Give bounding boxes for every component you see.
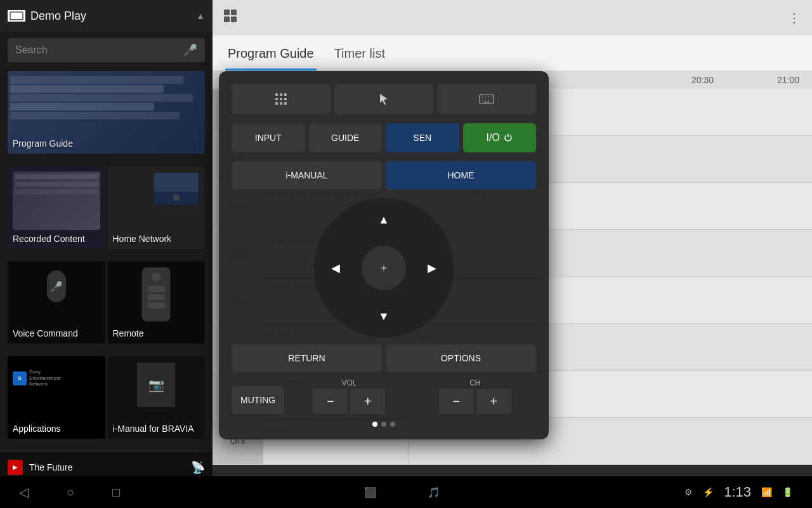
imanual-label: i-Manual for BRAVIA [113,424,194,434]
time-display: 1:13 [724,484,751,500]
svg-rect-4 [224,10,230,15]
vol-group: VOL − + [288,378,410,414]
input-button[interactable]: INPUT [232,123,305,152]
dpad-right-button[interactable]: ▶ [419,255,445,281]
dots-indicator [232,422,536,427]
sen-button[interactable]: SEN [386,123,459,152]
remote-top-buttons [232,84,536,114]
main-content: ⋮ Program Guide Timer list 20:30 21:00 C… [213,0,812,483]
dpad-down-button[interactable]: ▼ [371,304,396,329]
now-playing-text: The Future [29,462,185,472]
svg-rect-0 [10,12,23,20]
dpad-container: ▲ ▼ ◀ ▶ [232,198,536,338]
search-input[interactable] [15,44,178,56]
sidebar-logo [8,10,25,22]
ch-group: CH − + [414,378,536,414]
cursor-button[interactable] [334,84,433,114]
remote-overlay: INPUT GUIDE SEN I/O i-MANUAL HOME ▲ ▼ ◀ … [219,71,549,439]
cast-icon[interactable]: 📡 [191,460,205,474]
android-icon: ⚙ [684,487,693,497]
dot-2 [381,422,386,427]
svg-rect-6 [224,17,230,22]
dpad-up-button[interactable]: ▲ [371,207,396,232]
wifi-icon: 📶 [761,487,772,497]
tab-program-guide[interactable]: Program Guide [225,39,317,70]
svg-rect-14 [275,102,278,105]
sidebar-item-home-network[interactable]: ⬛ Home Network [108,166,206,249]
vol-plus-button[interactable]: + [350,389,385,414]
vol-label: VOL [341,378,357,387]
muting-button[interactable]: MUTING [232,386,284,414]
svg-rect-16 [284,102,287,105]
vol-ch-section: MUTING VOL − + CH − + [232,378,536,414]
ch-minus-button[interactable]: − [439,389,474,414]
svg-rect-5 [231,10,237,15]
nav-bar: ◁ ○ □ ⬛ 🎵 ⚙ ⚡ 1:13 📶 🔋 [0,476,812,508]
time-1: 20:30 [691,75,714,85]
ch-label: CH [469,378,480,387]
svg-rect-13 [284,98,287,100]
return-options-row: RETURN OPTIONS [232,344,536,372]
tab-timer-list[interactable]: Timer list [332,39,388,70]
sidebar-item-program-guide[interactable]: Program Guide [8,71,205,154]
recorded-content-label: Recorded Content [13,234,85,244]
return-button[interactable]: RETURN [232,344,382,372]
svg-rect-10 [284,93,287,96]
numpad-button[interactable] [232,84,331,114]
usb-icon: ⚡ [703,487,714,497]
time-2: 21:00 [777,75,799,85]
svg-rect-9 [280,93,282,96]
grid-items: Program Guide Recorded Content ⬛ [0,69,213,451]
program-guide-label: Program Guide [13,138,73,149]
dot-3 [390,422,395,427]
media-icon-2[interactable]: 🎵 [428,486,440,498]
home-button[interactable]: ○ [67,485,74,500]
power-button[interactable]: I/O [463,123,537,152]
sidebar-item-imanual[interactable]: 📷 i-Manual for BRAVIA [108,356,206,439]
recent-apps-button[interactable]: □ [112,485,120,500]
sidebar-item-voice-command[interactable]: 🎤 Voice Command [8,261,105,344]
svg-rect-11 [275,98,278,100]
app-title: Demo Play [30,10,191,23]
top-toolbar: ⋮ [213,0,812,36]
dpad-center-button[interactable] [362,246,406,290]
keyboard-button[interactable] [437,84,536,114]
svg-rect-7 [231,17,237,22]
power-label: I/O [487,132,500,144]
ch-plus-button[interactable]: + [476,389,511,414]
home-button[interactable]: HOME [386,161,536,189]
home-network-label: Home Network [113,234,172,244]
vol-buttons: − + [313,389,385,414]
dot-1 [372,422,377,427]
svg-rect-8 [275,93,278,96]
manual-home-row: i-MANUAL HOME [232,161,536,189]
sidebar: Demo Play ▲ 🎤 Program Guide [0,0,213,483]
svg-point-29 [383,267,385,269]
search-bar[interactable]: 🎤 [8,38,205,62]
ch-buttons: − + [439,389,511,414]
media-player-icon[interactable]: ⬛ [364,486,377,498]
sidebar-header: Demo Play ▲ [0,0,213,32]
status-bar: ⚙ ⚡ 1:13 📶 🔋 [684,484,793,500]
sidebar-item-applications[interactable]: S SonyEntertainmentNetwork Applications [8,356,105,439]
nav-icons: ◁ ○ □ [19,485,120,500]
applications-label: Applications [13,424,61,434]
back-button[interactable]: ◁ [19,485,29,500]
more-options-icon[interactable]: ⋮ [788,10,802,25]
sidebar-item-recorded-content[interactable]: Recorded Content [8,166,105,249]
guide-button[interactable]: GUIDE [309,123,383,152]
dpad-left-button[interactable]: ◀ [323,255,348,281]
grid-view-icon[interactable] [223,8,238,27]
battery-icon: 🔋 [782,487,793,497]
mic-icon[interactable]: 🎤 [183,43,197,57]
imanual-button[interactable]: i-MANUAL [232,161,382,189]
center-nav: ⬛ 🎵 [364,486,440,498]
svg-marker-17 [380,94,388,105]
options-button[interactable]: OPTIONS [386,344,536,372]
sidebar-item-remote[interactable]: Remote [108,261,206,344]
signal-icon: ▲ [196,11,205,21]
voice-command-label: Voice Command [13,328,78,338]
vol-minus-button[interactable]: − [313,389,348,414]
svg-rect-15 [280,102,282,105]
dpad: ▲ ▼ ◀ ▶ [314,198,454,338]
